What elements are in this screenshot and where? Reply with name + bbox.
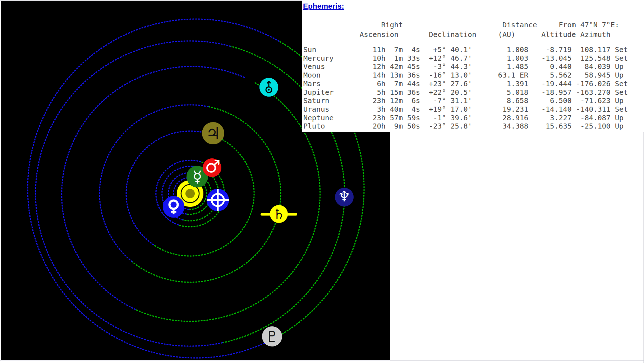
- venus-symbol: [163, 196, 184, 218]
- pluto-symbol: ♇: [262, 326, 282, 346]
- solar-system-live-page: ☿♂♃♄♆♇ Ephemeris: Right Distance From 47…: [0, 0, 644, 363]
- ephemeris-table-rows: Sun 11h 7m 4s +5° 40.1' 1.008 -8.719 108…: [303, 46, 628, 131]
- saturn-symbol: ♄: [270, 205, 288, 223]
- earth-symbol: [207, 189, 229, 211]
- jupiter-symbol: ♃: [202, 122, 224, 144]
- pluto-glyph: ♇: [265, 328, 279, 345]
- mars-glyph: ♂: [205, 156, 220, 176]
- ephemeris-link[interactable]: Ephemeris:: [303, 2, 344, 10]
- neptune-glyph: ♆: [338, 188, 351, 205]
- uranus-symbol: [259, 78, 278, 97]
- ephemeris-table-header: Right Distance From 47°N 7°E: Ascension …: [303, 20, 619, 39]
- neptune-symbol: ♆: [335, 188, 354, 206]
- page-divider-rule: [0, 360, 644, 361]
- saturn-glyph: ♄: [273, 206, 285, 222]
- jupiter-glyph: ♃: [206, 124, 220, 143]
- ephemeris-panel: Ephemeris: Right Distance From 47°N 7°E:…: [302, 0, 644, 132]
- mars-symbol: ♂: [203, 158, 221, 177]
- jupiter-orbit-green-arc: [153, 135, 254, 256]
- pluto-orbit-blue-arc: [28, 19, 280, 358]
- mercury-glyph: ☿: [192, 167, 202, 186]
